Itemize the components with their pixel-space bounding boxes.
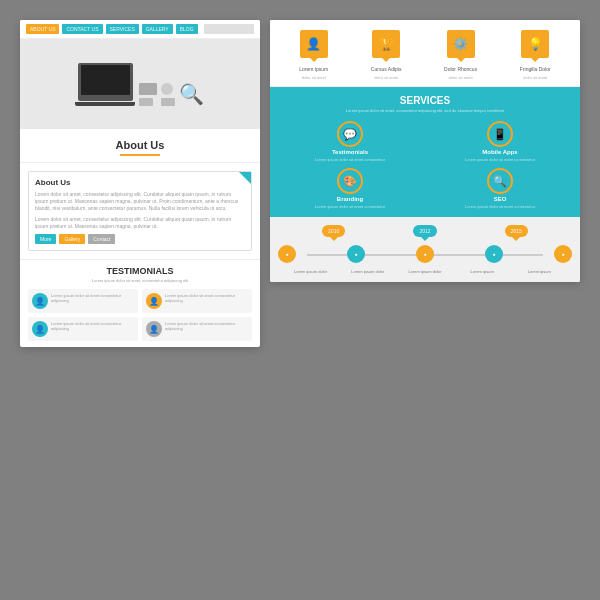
features-row: 👤 Lorem ipsum dolor sit amet 🏆 Cursus Ad…: [270, 20, 580, 87]
service-testimonials: 💬 Testimonials Lorem ipsum dolor sit ame…: [278, 121, 422, 162]
bubble-1: 2010: [322, 225, 345, 237]
service-name-seo: SEO: [494, 196, 507, 202]
service-desc-mobile: Lorem ipsum dolor sit amet consectetur: [465, 157, 535, 162]
service-seo: 🔍 SEO Lorem ipsum dolor sit amet consect…: [428, 168, 572, 209]
gallery-button[interactable]: Gallery: [59, 234, 85, 244]
desk-book: [161, 98, 175, 106]
service-name-mobile: Mobile Apps: [482, 149, 517, 155]
nav-services[interactable]: SERVICES: [106, 24, 139, 34]
timeline-node-4: ●: [485, 245, 503, 263]
avatar-icon-1: 👤: [35, 297, 45, 306]
avatar-1: 👤: [32, 293, 48, 309]
page-container: ABOUT US CONTACT US SERVICES GALLERY BLO…: [0, 0, 600, 600]
nav-search[interactable]: [204, 24, 254, 34]
magnify-icon: 🔍: [179, 82, 204, 106]
nav-contact[interactable]: CONTACT US: [62, 24, 102, 34]
feature-icon-1: 👤: [300, 30, 328, 58]
timeline-section: 2010 2012 2015 ● ● ● ● ● Lorem ipsum dol…: [270, 217, 580, 282]
services-section: SERVICES Lorem ipsum dolor sit amet, con…: [270, 87, 580, 217]
testimonial-text-2: Lorem ipsum dolor sit amet consectetur a…: [165, 293, 248, 303]
service-branding: 🎨 Branding Lorem ipsum dolor sit amet co…: [278, 168, 422, 209]
feature-item-3: ⚙️ Dolor Rhoncus dolor sit amet: [444, 30, 477, 80]
nav-gallery[interactable]: GALLERY: [142, 24, 173, 34]
contact-button[interactable]: Contact: [88, 234, 115, 244]
feature-icon-4: 💡: [521, 30, 549, 58]
service-mobile: 📱 Mobile Apps Lorem ipsum dolor sit amet…: [428, 121, 572, 162]
service-name-testimonials: Testimonials: [332, 149, 368, 155]
timeline-label-4: Lorem ipsum: [462, 269, 502, 274]
timeline-nodes-row: ● ● ● ● ●: [278, 245, 572, 263]
timeline-node-3: ●: [416, 245, 434, 263]
service-desc-branding: Lorem ipsum dolor sit amet consectetur: [315, 204, 385, 209]
service-name-branding: Branding: [337, 196, 363, 202]
desk-tablet: [139, 83, 157, 95]
service-icon-testimonials: 💬: [337, 121, 363, 147]
nav-about[interactable]: ABOUT US: [26, 24, 59, 34]
card-corner: [239, 172, 251, 184]
service-desc-testimonials: Lorem ipsum dolor sit amet consectetur: [315, 157, 385, 162]
feature-item-4: 💡 Fringilla Dolor dolor sit amet: [520, 30, 551, 80]
feature-sublabel-2: dolor sit amet: [374, 75, 398, 80]
feature-label-3: Dolor Rhoncus: [444, 66, 477, 72]
about-heading-section: About Us: [20, 129, 260, 163]
feature-sublabel-1: dolor sit amet: [302, 75, 326, 80]
timeline-label-3: Lorem ipsum dolor: [405, 269, 445, 274]
feature-item-2: 🏆 Cursus Adipis dolor sit amet: [371, 30, 402, 80]
avatar-icon-3: 👤: [35, 325, 45, 334]
laptop-base: [75, 102, 135, 106]
avatar-icon-2: 👤: [149, 297, 159, 306]
desk-items: [139, 83, 157, 106]
feature-label-2: Cursus Adipis: [371, 66, 402, 72]
avatar-2: 👤: [146, 293, 162, 309]
right-panel: 👤 Lorem ipsum dolor sit amet 🏆 Cursus Ad…: [270, 20, 580, 282]
about-card-text2: Lorem dolor sit amet, consectetur adipis…: [35, 216, 245, 230]
timeline-node-1: ●: [278, 245, 296, 263]
services-title: SERVICES: [278, 95, 572, 106]
timeline-label-2: Lorem ipsum dolor: [348, 269, 388, 274]
hero-desk: 🔍: [69, 55, 212, 114]
about-title: About Us: [28, 139, 252, 151]
testimonial-text-4: Lorem ipsum dolor sit amet consectetur a…: [165, 321, 248, 331]
feature-sublabel-3: dolor sit amet: [449, 75, 473, 80]
service-desc-seo: Lorem ipsum dolor sit amet consectetur: [465, 204, 535, 209]
service-icon-mobile: 📱: [487, 121, 513, 147]
feature-item-1: 👤 Lorem ipsum dolor sit amet: [299, 30, 328, 80]
testimonial-card-1: 👤 Lorem ipsum dolor sit amet consectetur…: [28, 289, 138, 313]
timeline-node-2: ●: [347, 245, 365, 263]
avatar-4: 👤: [146, 321, 162, 337]
laptop-screen: [81, 65, 130, 95]
more-button[interactable]: More: [35, 234, 56, 244]
desk-items-2: [161, 83, 175, 106]
about-card-title: About Us: [35, 178, 245, 187]
hero-section: 🔍: [20, 39, 260, 129]
service-icon-branding: 🎨: [337, 168, 363, 194]
nav-bar: ABOUT US CONTACT US SERVICES GALLERY BLO…: [20, 20, 260, 39]
desk-phone: [139, 98, 153, 106]
about-card: About Us Lorem dolor sit amet, consectet…: [28, 171, 252, 251]
testimonial-text-3: Lorem ipsum dolor sit amet consectetur a…: [51, 321, 134, 331]
left-panel: ABOUT US CONTACT US SERVICES GALLERY BLO…: [20, 20, 260, 347]
testimonial-card-3: 👤 Lorem ipsum dolor sit amet consectetur…: [28, 317, 138, 341]
timeline-node-5: ●: [554, 245, 572, 263]
testimonials-section: TESTIMONIALS Lorem ipsum dolor sit amet,…: [20, 259, 260, 347]
services-grid: 💬 Testimonials Lorem ipsum dolor sit ame…: [278, 121, 572, 209]
feature-icon-3: ⚙️: [447, 30, 475, 58]
timeline-labels: Lorem ipsum dolor Lorem ipsum dolor Lore…: [278, 269, 572, 274]
avatar-icon-4: 👤: [149, 325, 159, 334]
feature-label-4: Fringilla Dolor: [520, 66, 551, 72]
testimonials-title: TESTIMONIALS: [28, 266, 252, 276]
bubble-3: 2015: [505, 225, 528, 237]
testimonial-card-2: 👤 Lorem ipsum dolor sit amet consectetur…: [142, 289, 252, 313]
desk-cup: [161, 83, 173, 95]
about-card-text1: Lorem dolor sit amet, consectetur adipis…: [35, 191, 245, 212]
testimonials-subtitle: Lorem ipsum dolor sit amet, consectetur …: [28, 278, 252, 283]
timeline-label-1: Lorem ipsum dolor: [291, 269, 331, 274]
service-icon-seo: 🔍: [487, 168, 513, 194]
laptop-shape: [78, 63, 133, 101]
testimonials-grid: 👤 Lorem ipsum dolor sit amet consectetur…: [28, 289, 252, 341]
avatar-3: 👤: [32, 321, 48, 337]
nav-blog[interactable]: BLOG: [176, 24, 198, 34]
testimonial-text-1: Lorem ipsum dolor sit amet consectetur a…: [51, 293, 134, 303]
about-buttons: More Gallery Contact: [35, 234, 245, 244]
bubbles-row: 2010 2012 2015: [278, 225, 572, 237]
